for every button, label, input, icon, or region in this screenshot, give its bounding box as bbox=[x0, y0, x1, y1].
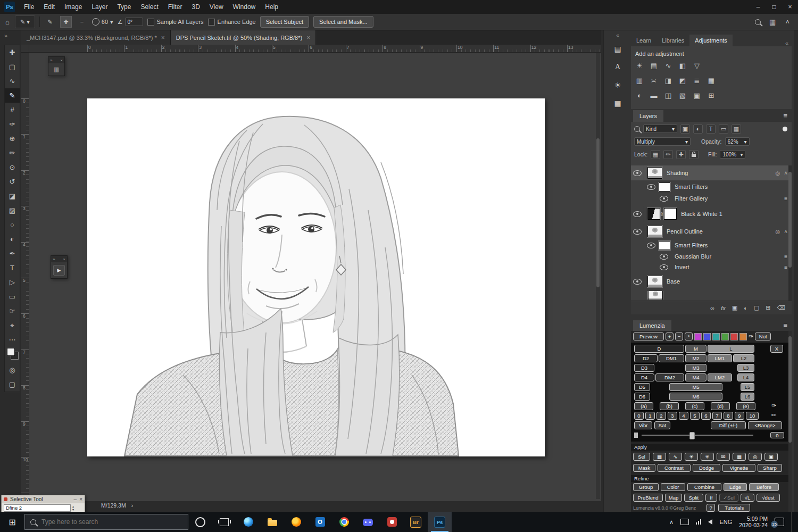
layer-row-gaussian-blur[interactable]: Gaussian Blur ≡ bbox=[631, 252, 792, 261]
lum-lm1-button[interactable]: LM1 bbox=[708, 354, 732, 362]
filter-options-icon[interactable]: ≡ bbox=[784, 196, 787, 202]
menu-image[interactable]: Image bbox=[60, 0, 87, 14]
taskbar-photoshop[interactable]: Ps bbox=[428, 512, 452, 532]
tool-clone-stamp[interactable]: ⊙ bbox=[5, 160, 20, 174]
visibility-toggle[interactable] bbox=[658, 252, 670, 261]
lum-zone-0[interactable]: 0 bbox=[634, 412, 644, 420]
selective-tool-window[interactable]: Selective Tool – × Dfine 2 ▴▾ bbox=[1, 495, 85, 513]
lum-d5-button[interactable]: D5 bbox=[634, 383, 650, 391]
midtone-slider-thumb[interactable] bbox=[689, 432, 695, 439]
taskbar-discord[interactable] bbox=[356, 512, 380, 532]
channel-mixer-icon[interactable]: ≣ bbox=[693, 76, 701, 85]
sharp-button[interactable]: Sharp bbox=[758, 464, 782, 472]
menu-type[interactable]: Type bbox=[112, 0, 136, 14]
collapse-icon[interactable]: » bbox=[50, 58, 52, 63]
tool-hand[interactable]: ☞ bbox=[5, 304, 20, 318]
smart-filter-thumbnail[interactable] bbox=[659, 241, 670, 250]
tool-eyedropper[interactable]: ✑ bbox=[5, 117, 20, 131]
home-icon[interactable]: ⌂ bbox=[4, 18, 11, 26]
posterize-icon[interactable]: ▬ bbox=[650, 91, 658, 99]
tool-dodge[interactable]: ◐ bbox=[5, 232, 20, 246]
tab-libraries[interactable]: Libraries bbox=[656, 35, 689, 46]
network-icon[interactable] bbox=[696, 519, 702, 525]
lum-zone-5[interactable]: 5 bbox=[690, 412, 700, 420]
close-icon[interactable]: × bbox=[79, 496, 82, 502]
filter-options-icon[interactable]: ≡ bbox=[784, 254, 787, 260]
taskbar-task-view[interactable] bbox=[212, 512, 236, 532]
glyphs-panel-icon[interactable]: A bbox=[610, 60, 626, 74]
eyedropper-icon[interactable]: ✑ bbox=[749, 333, 753, 340]
adjustments-panel-icon[interactable]: ☀ bbox=[610, 78, 626, 93]
fill-value[interactable]: 100%▾ bbox=[720, 150, 745, 159]
taskbar-file-explorer[interactable] bbox=[260, 512, 284, 532]
check-dust-button[interactable]: √dust bbox=[757, 494, 780, 502]
eyedropper-icon[interactable]: ✑ bbox=[771, 402, 776, 409]
angle-value[interactable]: 0° bbox=[125, 18, 143, 26]
color-table-icon[interactable]: ⊞ bbox=[707, 91, 716, 99]
levels-icon[interactable]: ▤ bbox=[650, 61, 658, 70]
help-button[interactable]: ? bbox=[706, 504, 715, 512]
brightness-contrast-icon[interactable]: ☀ bbox=[635, 61, 644, 70]
layer-row-pencil-outline[interactable]: Pencil Outline ◎˄ bbox=[631, 224, 792, 239]
zoom-in-button[interactable]: + bbox=[666, 332, 674, 340]
lum-m3-button[interactable]: M3 bbox=[685, 364, 706, 372]
tool-eraser[interactable]: ◪ bbox=[5, 189, 20, 203]
lum-x-button[interactable]: X bbox=[770, 345, 783, 353]
apply-preset-icon-5[interactable]: ✉ bbox=[717, 453, 730, 461]
preblend-button[interactable]: PreBlend bbox=[633, 494, 663, 502]
apply-preset-icon-7[interactable]: ◎ bbox=[749, 453, 762, 461]
range-value[interactable]: 0 bbox=[770, 432, 784, 438]
menu-select[interactable]: Select bbox=[136, 0, 163, 14]
lock-position-icon[interactable]: ✚ bbox=[676, 150, 686, 159]
black-white-icon[interactable]: ◨ bbox=[664, 76, 672, 85]
if-button[interactable]: If bbox=[705, 494, 717, 502]
brush-angle-control[interactable]: ∠ 0° bbox=[118, 18, 143, 26]
collapse-panels-icon[interactable]: « bbox=[785, 40, 794, 46]
filter-smart-objects-icon[interactable]: ▦ bbox=[732, 124, 741, 134]
apply-preset-icon-2[interactable]: ∿ bbox=[669, 453, 682, 461]
menu-window[interactable]: Window bbox=[228, 0, 261, 14]
lum-c-button[interactable]: (c) bbox=[685, 402, 704, 410]
quick-mask-button[interactable]: ◎ bbox=[5, 363, 20, 377]
panel-menu-icon[interactable]: ≡ bbox=[783, 321, 787, 329]
foreground-color-swatch[interactable] bbox=[7, 348, 15, 356]
link-layers-icon[interactable]: ∞ bbox=[710, 305, 714, 311]
document-tab-inactive[interactable]: _MCH3147.psd @ 33.3% (Background, RGB/8*… bbox=[21, 30, 171, 45]
scrollbar-thumb[interactable] bbox=[596, 138, 600, 287]
lum-zone-1[interactable]: 1 bbox=[645, 412, 655, 420]
layer-row-black-white[interactable]: ∞ Black & White 1 bbox=[631, 206, 792, 222]
clock[interactable]: 5:09 PM 2020-03-24 bbox=[739, 516, 768, 528]
blend-mode-dropdown[interactable]: Multiply▾ bbox=[634, 137, 691, 146]
diff-button[interactable]: Diff (+/-) bbox=[711, 421, 746, 429]
layer-thumbnail[interactable] bbox=[647, 167, 662, 179]
apply-preset-icon-1[interactable]: ▦ bbox=[653, 453, 666, 461]
lum-m6-button[interactable]: M6 bbox=[669, 393, 722, 401]
close-icon[interactable]: × bbox=[63, 257, 65, 262]
color-balance-icon[interactable]: ≍ bbox=[650, 76, 658, 85]
range-button[interactable]: <Range> bbox=[748, 421, 782, 429]
tool-blur[interactable]: ○ bbox=[5, 218, 20, 232]
color-swatch-green[interactable] bbox=[721, 333, 729, 340]
spinner-control[interactable]: ▴▾ bbox=[72, 505, 74, 511]
brush-icon[interactable]: ✏ bbox=[771, 412, 776, 419]
split-button[interactable]: Split bbox=[684, 494, 703, 502]
apply-preset-icon-6[interactable]: ▦ bbox=[733, 453, 746, 461]
taskbar-bridge[interactable]: Br bbox=[404, 512, 428, 532]
layers-scrollbar[interactable] bbox=[788, 165, 792, 301]
not-button[interactable]: Not bbox=[755, 332, 771, 340]
tab-learn[interactable]: Learn bbox=[631, 35, 656, 46]
new-layer-icon[interactable]: ⊞ bbox=[766, 304, 770, 311]
tool-move[interactable]: ✚ bbox=[5, 45, 20, 60]
midtone-slider-track[interactable] bbox=[642, 435, 753, 436]
taskbar-chrome[interactable] bbox=[332, 512, 356, 532]
photo-filter-icon[interactable]: ◩ bbox=[678, 76, 687, 85]
visibility-toggle[interactable] bbox=[645, 240, 658, 251]
scrollbar-thumb[interactable] bbox=[788, 172, 792, 268]
lum-d2-button[interactable]: D2 bbox=[634, 354, 658, 362]
collapse-panel-icon[interactable]: » bbox=[4, 32, 7, 39]
close-tab-icon[interactable]: × bbox=[306, 34, 310, 41]
before-button[interactable]: Before bbox=[749, 483, 779, 491]
visibility-toggle[interactable] bbox=[631, 165, 644, 180]
taskbar-cortana[interactable] bbox=[188, 512, 212, 532]
search-icon[interactable] bbox=[755, 19, 761, 25]
